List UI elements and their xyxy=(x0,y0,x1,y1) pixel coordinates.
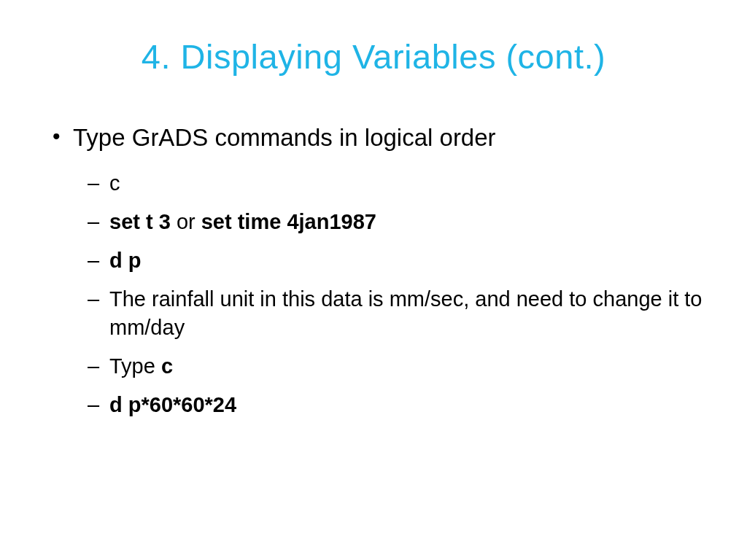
command-set-t: set t 3 xyxy=(109,210,171,233)
sub-item-6: d p*60*60*24 xyxy=(109,391,703,419)
text-or: or xyxy=(171,210,201,233)
command-set-time: set time 4jan1987 xyxy=(201,210,376,233)
sub-item-3: d p xyxy=(109,246,703,275)
sub-item-5: Type c xyxy=(109,352,703,381)
text-type: Type xyxy=(109,354,161,378)
sub-item-2: set t 3 or set time 4jan1987 xyxy=(109,208,703,236)
main-list: Type GrADS commands in logical order c s… xyxy=(44,122,703,420)
sub-item-4: The rainfall unit in this data is mm/sec… xyxy=(109,285,703,342)
slide-title: 4. Displaying Variables (cont.) xyxy=(44,36,703,77)
bullet-text: Type GrADS commands in logical order xyxy=(73,124,496,151)
bullet-item-1: Type GrADS commands in logical order c s… xyxy=(73,122,703,420)
command-d-p-multiply: d p*60*60*24 xyxy=(109,393,236,416)
command-d-p: d p xyxy=(109,249,142,272)
sub-item-1: c xyxy=(109,169,703,198)
sub-list: c set t 3 or set time 4jan1987 d p The r… xyxy=(73,169,703,420)
command-c: c xyxy=(161,354,173,378)
